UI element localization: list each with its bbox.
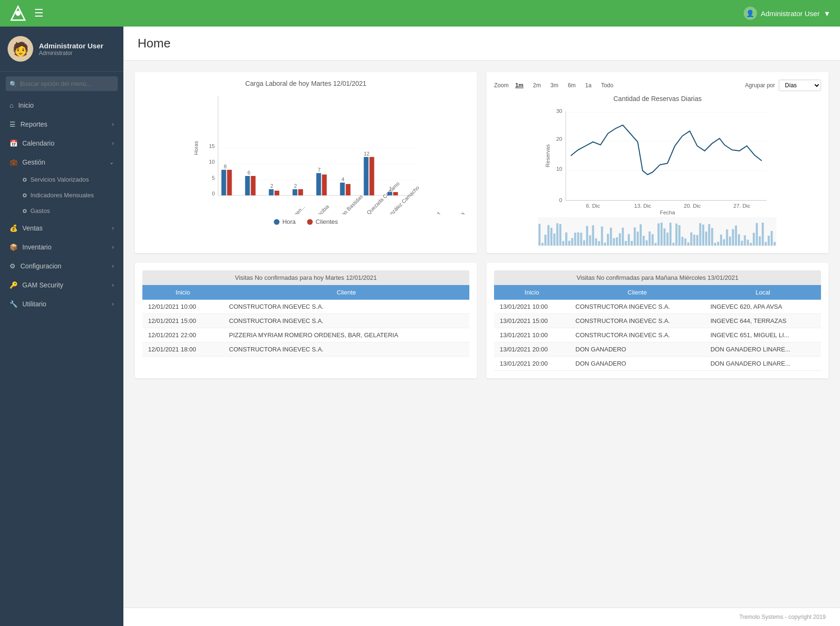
cell-local: DON GANADERO LINARE... [705,357,821,371]
svg-rect-110 [684,239,686,246]
chevron-right-icon-i: › [112,244,114,250]
svg-text:Reservas: Reservas [545,144,551,167]
reportes-icon: ☰ [9,120,16,128]
svg-rect-80 [595,239,597,246]
svg-rect-122 [720,235,722,246]
chevron-right-icon: › [112,121,114,128]
label-gastos: Gastos [30,207,50,214]
utilitario-icon: 🔧 [9,300,18,308]
svg-rect-88 [619,233,621,246]
search-icon: 🔍 [9,80,17,87]
svg-rect-106 [672,243,674,246]
clientes-dot [307,219,313,225]
cell-local: INGEVEC 651, MIGUEL LI... [705,328,821,342]
svg-rect-117 [705,231,707,246]
svg-rect-81 [598,241,600,246]
svg-text:20. Dic: 20. Dic [684,203,701,209]
svg-rect-128 [738,234,740,246]
zoom-1a[interactable]: 1a [582,81,594,90]
sidebar-user-role: Administrator [39,50,103,56]
sidebar-label-inventario: Inventario [22,243,51,251]
svg-rect-22 [275,191,280,195]
svg-rect-119 [711,228,713,246]
charts-row: Carga Laboral de hoy Martes 12/01/2021 0… [135,72,829,253]
sidebar-item-inventario[interactable]: 📦 Inventario › [0,238,123,257]
sidebar-item-inicio[interactable]: ⌂ Inicio [0,96,123,115]
svg-rect-131 [747,239,749,246]
zoom-todo[interactable]: Todo [598,81,616,90]
svg-rect-21 [269,189,274,195]
sidebar-item-reportes[interactable]: ☰ Reportes › [0,115,123,134]
sidebar-label-reportes: Reportes [20,120,47,128]
cell-local: INGEVEC 644, TERRAZAS [705,314,821,328]
cell-cliente: CONSTRUCTORA INGEVEC S.A. [224,300,469,314]
svg-rect-33 [340,183,345,195]
svg-rect-140 [774,242,775,246]
svg-rect-14 [227,170,232,195]
svg-rect-38 [370,157,374,195]
line-chart-title: Cantidad de Reservas Diarias [494,95,821,102]
sidebar-user-info: Administrator User Administrator [39,42,103,56]
zoom-6m[interactable]: 6m [565,81,579,90]
svg-rect-63 [544,235,546,246]
user-menu[interactable]: 👤 Administrator User ▼ [744,7,831,20]
svg-text:8: 8 [224,164,226,169]
svg-text:13. Dic: 13. Dic [634,203,651,209]
line-chart-svg: 0 10 20 30 Reservas 6. Dic 13. Dic [494,106,821,215]
svg-rect-85 [610,228,612,246]
svg-text:4: 4 [341,176,344,182]
sidebar-item-gam-security[interactable]: 🔑 GAM Security › [0,276,123,295]
sidebar-item-gastos[interactable]: Gastos [17,203,123,219]
zoom-2m[interactable]: 2m [530,81,544,90]
sidebar-item-indicadores[interactable]: Indicadores Mensuales [17,187,123,203]
svg-rect-93 [634,228,635,246]
svg-rect-84 [607,234,609,246]
svg-rect-66 [553,233,555,246]
zoom-3m[interactable]: 3m [548,81,561,90]
sidebar-item-calendario[interactable]: 📅 Calendario › [0,134,123,153]
svg-rect-79 [592,225,594,246]
svg-rect-105 [670,223,672,246]
sidebar-item-configuracion[interactable]: ⚙ Configuracion › [0,257,123,276]
svg-rect-41 [388,192,392,195]
tomorrow-visits-title: Visitas No confirmadas para Mañana Miérc… [494,270,821,285]
gestion-submenu: Servicios Valorizados Indicadores Mensua… [0,172,123,219]
group-select[interactable]: Días Semanas Meses [779,80,821,91]
svg-text:0: 0 [559,197,562,203]
svg-rect-129 [741,241,743,246]
logo-icon [9,5,27,22]
svg-text:12: 12 [364,151,369,156]
sidebar-item-ventas[interactable]: 💰 Ventas › [0,219,123,238]
sidebar-label-inicio: Inicio [18,101,34,109]
svg-point-1 [16,11,21,16]
svg-rect-64 [547,225,549,246]
svg-text:5: 5 [212,175,215,181]
sidebar-item-gestion[interactable]: 💼 Gestión ⌄ [0,153,123,172]
cell-cliente: DON GANADERO [570,342,705,357]
sidebar-item-utilitario[interactable]: 🔧 Utilitario › [0,295,123,313]
svg-rect-26 [299,189,303,195]
bar-chart-legend: Hora Clientes [142,218,469,225]
svg-rect-100 [654,243,656,246]
svg-text:6. Dic: 6. Dic [586,203,600,209]
table-row: 13/01/2021 20:00DON GANADERODON GANADERO… [494,357,821,371]
svg-rect-92 [631,241,633,246]
cell-inicio: 13/01/2021 20:00 [494,357,570,371]
svg-rect-123 [723,239,725,246]
svg-rect-65 [551,228,552,246]
svg-rect-25 [293,189,298,195]
zoom-1m[interactable]: 1m [513,81,526,90]
svg-rect-62 [541,243,543,246]
tomorrow-visits-thead: Inicio Cliente Local [494,285,821,300]
svg-text:27. Dic: 27. Dic [733,203,750,209]
svg-rect-67 [556,223,558,246]
svg-text:Jean Carlos Jimen...: Jean Carlos Jimen... [268,204,306,214]
search-input[interactable] [6,76,118,91]
hamburger-icon[interactable]: ☰ [34,7,44,19]
svg-rect-132 [750,243,752,246]
cell-inicio: 13/01/2021 15:00 [494,314,570,328]
sidebar-item-servicios[interactable]: Servicios Valorizados [17,172,123,187]
search-wrap: 🔍 [6,76,118,91]
svg-rect-98 [649,231,651,246]
svg-rect-136 [762,222,764,246]
